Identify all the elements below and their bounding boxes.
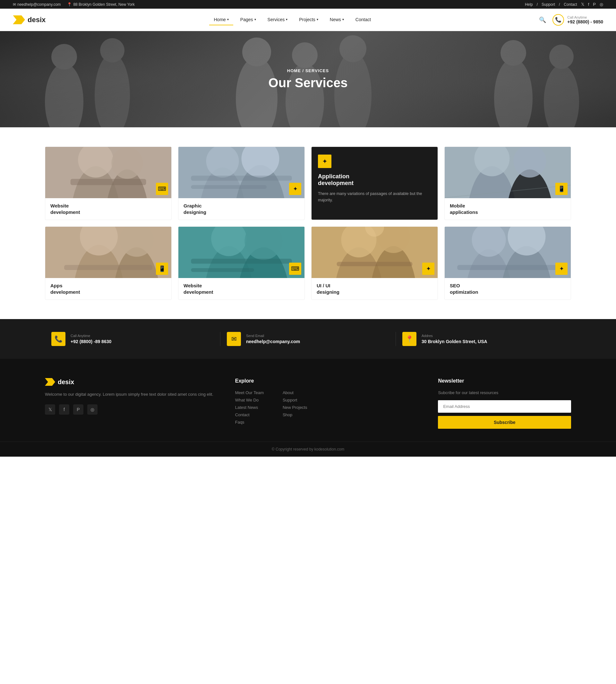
footer-link-what-we-do[interactable]: What We Do bbox=[235, 397, 276, 403]
service-body-seo: SEOoptimization bbox=[445, 278, 571, 299]
svg-point-40 bbox=[204, 246, 254, 278]
service-img-mobile: 📱 bbox=[445, 147, 571, 198]
top-bar-right: Help / Support / Contact 𝕏 f P ◎ bbox=[525, 2, 603, 7]
footer-link-shop[interactable]: Shop bbox=[283, 412, 324, 417]
svg-point-23 bbox=[234, 165, 287, 198]
facebook-icon[interactable]: f bbox=[588, 2, 589, 7]
breadcrumb-sep: / bbox=[302, 68, 305, 73]
svg-point-15 bbox=[71, 166, 121, 198]
newsletter-email-input[interactable] bbox=[438, 400, 571, 413]
newsletter-subscribe-button[interactable]: Subscribe bbox=[438, 416, 571, 429]
footer-link-latest-news[interactable]: Latest News bbox=[235, 405, 276, 410]
footer-link-support[interactable]: Support bbox=[283, 397, 324, 403]
svg-point-54 bbox=[465, 249, 513, 278]
svg-point-49 bbox=[370, 246, 417, 278]
service-title-mobile: Mobileapplications bbox=[450, 203, 566, 215]
svg-point-9 bbox=[339, 35, 367, 62]
svg-point-10 bbox=[494, 59, 533, 127]
footer-contact-address: 📍 Addres 30 Broklyn Golden Street, USA bbox=[396, 332, 571, 346]
footer-spacer-col bbox=[336, 378, 425, 429]
call-info: Call Anytime +92 (8800) - 9850 bbox=[567, 16, 603, 24]
email-icon: ✉ needhelp@company.com bbox=[13, 2, 61, 7]
service-img-web-dev2: ⌨ bbox=[178, 227, 305, 278]
contact-link[interactable]: Contact bbox=[564, 2, 577, 7]
footer-explore-col: Explore Meet Our Team About What We Do S… bbox=[235, 378, 324, 429]
service-img-apps-dev: 📱 bbox=[45, 227, 171, 278]
nav-pages[interactable]: Pages ▾ bbox=[236, 15, 261, 25]
footer-x-icon[interactable]: 𝕏 bbox=[45, 404, 55, 415]
svg-point-31 bbox=[513, 147, 546, 178]
service-card-graphic[interactable]: ✦ Graphicdesigning bbox=[178, 146, 305, 220]
svg-rect-26 bbox=[191, 185, 267, 189]
footer-instagram-icon[interactable]: ◎ bbox=[87, 404, 97, 415]
svg-point-21 bbox=[199, 167, 246, 198]
svg-point-12 bbox=[544, 65, 579, 127]
footer-about-col: desix Welcome to our digital agency. Lor… bbox=[45, 378, 222, 429]
nav-contact[interactable]: Contact bbox=[351, 15, 375, 25]
services-arrow: ▾ bbox=[286, 18, 287, 21]
newsletter-desc: Subcribe for our latest resources bbox=[438, 390, 571, 395]
svg-rect-25 bbox=[191, 176, 292, 181]
svg-point-36 bbox=[113, 247, 160, 278]
svg-point-7 bbox=[292, 42, 317, 68]
footer-link-faqs[interactable]: Faqs bbox=[235, 420, 276, 425]
service-title-graphic: Graphicdesigning bbox=[183, 203, 299, 215]
service-card-seo[interactable]: ✦ SEOoptimization bbox=[444, 226, 571, 300]
footer-pinterest-icon[interactable]: P bbox=[73, 404, 83, 415]
instagram-icon[interactable]: ◎ bbox=[600, 2, 603, 7]
location-contact-icon: 📍 bbox=[402, 332, 416, 346]
svg-point-29 bbox=[474, 147, 509, 176]
x-icon[interactable]: 𝕏 bbox=[581, 2, 584, 7]
svg-point-1 bbox=[51, 44, 77, 70]
svg-point-4 bbox=[236, 57, 278, 127]
service-card-app-dev[interactable]: ✦ Applicationdevelopment There are many … bbox=[311, 146, 438, 220]
svg-rect-44 bbox=[191, 259, 292, 264]
help-link[interactable]: Help bbox=[525, 2, 533, 7]
svg-rect-46 bbox=[311, 227, 438, 278]
svg-point-43 bbox=[244, 227, 282, 260]
svg-rect-51 bbox=[337, 262, 413, 266]
logo[interactable]: desix bbox=[13, 16, 46, 24]
hero-content: HOME / SERVICES Our Services bbox=[268, 68, 348, 90]
nav-projects[interactable]: Projects ▾ bbox=[294, 15, 323, 25]
footer-link-new-projects[interactable]: New Projects bbox=[283, 405, 324, 410]
nav-news[interactable]: News ▾ bbox=[325, 15, 348, 25]
service-card-mobile[interactable]: 📱 Mobileapplications bbox=[444, 146, 571, 220]
main-nav: Home ▾ Pages ▾ Services ▾ Projects ▾ New… bbox=[209, 15, 375, 25]
home-arrow: ▾ bbox=[227, 18, 229, 21]
footer-main: desix Welcome to our digital agency. Lor… bbox=[0, 359, 616, 441]
service-card-ui[interactable]: ✦ UI / UIdesigning bbox=[311, 226, 438, 300]
footer-grid: desix Welcome to our digital agency. Lor… bbox=[45, 378, 571, 429]
service-card-apps-dev[interactable]: 📱 Appsdevelopment bbox=[45, 226, 172, 300]
top-bar: ✉ needhelp@company.com 📍 88 Broklyn Gold… bbox=[0, 0, 616, 9]
service-card-web-dev2[interactable]: ⌨ Websitedevelopment bbox=[178, 226, 305, 300]
service-body-apps-dev: Appsdevelopment bbox=[45, 278, 171, 299]
service-title-ui: UI / UIdesigning bbox=[317, 282, 433, 295]
pinterest-icon[interactable]: P bbox=[593, 2, 596, 7]
svg-line-32 bbox=[445, 185, 571, 198]
support-link[interactable]: Support bbox=[542, 2, 555, 7]
footer-phone-value: +92 (8800) -89 8630 bbox=[71, 339, 111, 344]
services-grid: ⌨ Websitedevelopment ✦ bbox=[45, 146, 571, 300]
featured-title: Applicationdevelopment bbox=[318, 173, 431, 187]
featured-icon: ✦ bbox=[318, 155, 331, 168]
footer-email-label: Send Email bbox=[246, 334, 300, 338]
service-card-web-dev[interactable]: ⌨ Websitedevelopment bbox=[45, 146, 172, 220]
footer-link-about[interactable]: About bbox=[283, 390, 324, 395]
nav-services[interactable]: Services ▾ bbox=[263, 15, 292, 25]
service-icon-seo: ✦ bbox=[555, 263, 568, 275]
featured-content: ✦ Applicationdevelopment There are many … bbox=[311, 147, 438, 211]
footer-top: 📞 Call Anytime +92 (8800) -89 8630 ✉ Sen… bbox=[0, 319, 616, 359]
footer-desc: Welcome to our digital agency. Lorem ips… bbox=[45, 391, 222, 398]
svg-rect-27 bbox=[445, 147, 571, 198]
top-bar-address: 88 Broklyn Golden Street, New York bbox=[73, 2, 134, 7]
footer-facebook-icon[interactable]: f bbox=[59, 404, 69, 415]
footer-link-meet-team[interactable]: Meet Our Team bbox=[235, 390, 276, 395]
svg-point-30 bbox=[506, 169, 554, 198]
search-icon[interactable]: 🔍 bbox=[539, 16, 546, 23]
projects-arrow: ▾ bbox=[317, 18, 318, 21]
svg-point-18 bbox=[111, 147, 143, 179]
svg-point-11 bbox=[501, 40, 526, 66]
nav-home[interactable]: Home ▾ bbox=[209, 15, 233, 25]
footer-link-contact[interactable]: Contact bbox=[235, 412, 276, 417]
